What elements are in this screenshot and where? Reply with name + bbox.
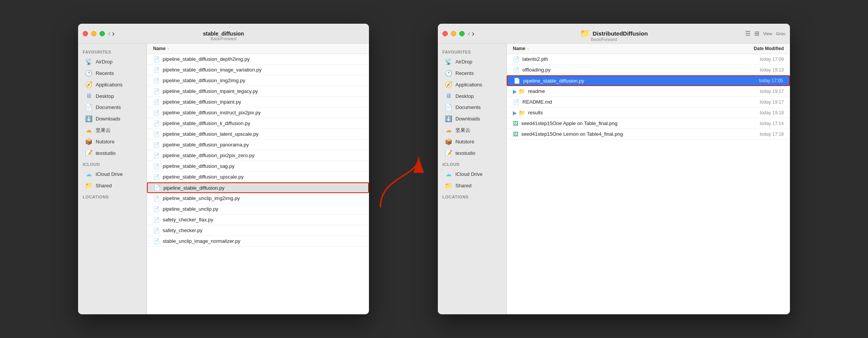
downloads-icon-right: ⬇️ xyxy=(445,115,452,122)
back-button-right[interactable]: ‹ xyxy=(468,29,470,38)
documents-icon-right: 📄 xyxy=(445,104,452,111)
sidebar-item-recents-right[interactable]: 🕐 Recents xyxy=(440,68,504,79)
forward-button-left[interactable]: › xyxy=(112,29,115,38)
maximize-button-left[interactable] xyxy=(100,31,105,36)
close-button-left[interactable] xyxy=(83,31,88,36)
minimize-button-right[interactable] xyxy=(451,31,456,36)
file-row-right-6[interactable]: 🖼 seed41step15One Apple on Table_final.p… xyxy=(507,118,790,129)
icloud-drive-icon-right: ☁ xyxy=(445,171,452,178)
file-row-left-3[interactable]: 📄 pipeline_stable_diffusion_inpaint_lega… xyxy=(147,86,369,97)
maximize-button-right[interactable] xyxy=(459,31,465,36)
file-icon-py: 📄 xyxy=(153,195,160,202)
group-icon[interactable]: ⊞ xyxy=(754,30,759,37)
right-icloud-label: iCloud xyxy=(438,159,506,168)
file-row-left-15[interactable]: 📄 safety_checker_flax.py xyxy=(147,214,369,225)
minimize-button-left[interactable] xyxy=(91,31,96,36)
sidebar-item-texstudio-left[interactable]: 📝 texstudio xyxy=(80,148,144,159)
back-button-left[interactable]: ‹ xyxy=(108,29,111,38)
file-row-left-8[interactable]: 📄 pipeline_stable_diffusion_panorama.py xyxy=(147,140,369,150)
desktop-icon-left: 🖥 xyxy=(85,93,93,99)
sidebar-item-texstudio-right[interactable]: 📝 texstudio xyxy=(440,148,504,159)
traffic-lights-left[interactable] xyxy=(83,31,105,36)
sidebar-item-shared-left[interactable]: 📁 Shared xyxy=(80,180,144,191)
file-row-left-7[interactable]: 📄 pipeline_stable_diffusion_latent_upsca… xyxy=(147,129,369,140)
sidebar-item-jianguo-right[interactable]: ☁ 坚果云 xyxy=(440,125,504,136)
sidebar-item-nutstore-left[interactable]: 📦 Nutstore xyxy=(80,136,144,147)
sidebar-item-documents-right[interactable]: 📄 Documents xyxy=(440,102,504,113)
file-row-left-0[interactable]: 📄 pipeline_stable_diffusion_depth2img.py xyxy=(147,54,369,65)
texstudio-icon-right: 📝 xyxy=(445,150,452,157)
file-row-left-6[interactable]: 📄 pipeline_stable_diffusion_k_diffusion.… xyxy=(147,118,369,129)
selected-file-right: pipeline_stable_diffusion.py xyxy=(523,78,714,84)
sidebar-item-nutstore-right[interactable]: 📦 Nutstore xyxy=(440,136,504,147)
sidebar-item-documents-left[interactable]: 📄 Documents xyxy=(80,102,144,113)
file-row-left-10[interactable]: 📄 pipeline_stable_diffusion_sag.py xyxy=(147,161,369,172)
sidebar-item-icloud-left[interactable]: ☁ iCloud Drive xyxy=(80,169,144,180)
close-button-right[interactable] xyxy=(442,31,448,36)
file-row-right-0[interactable]: 📄 latents2.pth today 17:09 xyxy=(507,54,790,65)
file-row-left-16[interactable]: 📄 safety_checker.py xyxy=(147,225,369,236)
sidebar-item-applications-left[interactable]: 🧭 Applications xyxy=(80,79,144,90)
file-icon-png-2: 🖼 xyxy=(513,131,518,137)
file-row-left-13[interactable]: 📄 pipeline_stable_unclip_img2img.py xyxy=(147,193,369,204)
airdrop-icon-right: 📡 xyxy=(445,58,452,65)
jianguo-label-right: 坚果云 xyxy=(455,127,470,134)
folder-icon-readme: ▶ 📁 xyxy=(513,88,525,94)
file-row-left-2[interactable]: 📄 pipeline_stable_diffusion_img2img.py xyxy=(147,75,369,86)
file-row-left-17[interactable]: 📄 stable_unclip_image_normalizer.py xyxy=(147,236,369,247)
sidebar-item-airdrop-left[interactable]: 📡 AirDrop xyxy=(80,56,144,67)
right-col-name: Name ↑ xyxy=(513,46,715,51)
sidebar-item-downloads-left[interactable]: ⬇️ Downloads xyxy=(80,113,144,124)
file-row-right-5[interactable]: ▶ 📁 results today 19:18 xyxy=(507,107,790,118)
arrow-annotation xyxy=(373,146,426,223)
downloads-label-right: Downloads xyxy=(455,116,480,122)
forward-button-right[interactable]: › xyxy=(472,29,475,38)
sidebar-item-applications-right[interactable]: 🧭 Applications xyxy=(440,79,504,90)
sidebar-item-recents-left[interactable]: 🕐 Recents xyxy=(80,68,144,79)
view-label: View xyxy=(763,31,772,36)
file-row-right-7[interactable]: 🖼 seed41step15One Lemon on Table4_final.… xyxy=(507,129,790,140)
file-row-left-4[interactable]: 📄 pipeline_stable_diffusion_inpaint.py xyxy=(147,97,369,107)
recents-label-left: Recents xyxy=(96,70,114,76)
right-name-label: Name xyxy=(513,46,525,51)
desktop-label-left: Desktop xyxy=(96,93,114,99)
file-row-right-selected[interactable]: 📄 pipeline_stable_diffusion.py today 17:… xyxy=(507,75,790,86)
jianguo-label-left: 坚果云 xyxy=(96,127,111,134)
sidebar-item-shared-right[interactable]: 📁 Shared xyxy=(440,180,504,191)
sidebar-item-desktop-right[interactable]: 🖥 Desktop xyxy=(440,91,504,101)
right-window-title: DistributedDiffusion xyxy=(592,30,648,37)
right-finder-window[interactable]: ‹ › 📁 DistributedDiffusion Back/Forward … xyxy=(438,24,790,314)
airdrop-icon-left: 📡 xyxy=(85,58,93,65)
right-column-header: Name ↑ Date Modified xyxy=(507,44,790,54)
file-row-left-11[interactable]: 📄 pipeline_stable_diffusion_upscale.py xyxy=(147,172,369,182)
recents-label-right: Recents xyxy=(455,70,474,76)
traffic-lights-right[interactable] xyxy=(442,31,465,36)
file-icon-py: 📄 xyxy=(153,163,160,169)
file-row-right-4[interactable]: 📄 README.md today 19:17 xyxy=(507,97,790,107)
left-window-body: Favourites 📡 AirDrop 🕐 Recents 🧭 Applica… xyxy=(78,44,369,314)
sidebar-item-airdrop-right[interactable]: 📡 AirDrop xyxy=(440,56,504,67)
right-sort-arrow: ↑ xyxy=(527,47,529,51)
file-row-left-14[interactable]: 📄 pipeline_stable_unclip.py xyxy=(147,204,369,214)
file-row-left-9[interactable]: 📄 pipeline_stable_diffusion_pix2pix_zero… xyxy=(147,150,369,161)
left-col-name: Name ↑ xyxy=(153,46,363,51)
applications-label-left: Applications xyxy=(96,82,122,88)
sidebar-item-jianguo-left[interactable]: ☁ 坚果云 xyxy=(80,125,144,136)
sidebar-item-desktop-left[interactable]: 🖥 Desktop xyxy=(80,91,144,101)
file-icon-py: 📄 xyxy=(153,206,160,212)
documents-label-right: Documents xyxy=(455,104,481,110)
view-icon[interactable]: ☰ xyxy=(745,30,751,37)
sidebar-item-icloud-right[interactable]: ☁ iCloud Drive xyxy=(440,169,504,180)
file-row-left-12-highlighted[interactable]: 📄 pipeline_stable_diffusion.py xyxy=(147,182,369,193)
file-row-left-5[interactable]: 📄 pipeline_stable_diffusion_instruct_pix… xyxy=(147,107,369,118)
file-row-right-1[interactable]: 📄 offloading.py today 19:13 xyxy=(507,65,790,75)
left-sort-arrow: ↑ xyxy=(167,47,169,51)
highlighted-file-left: pipeline_stable_diffusion.py xyxy=(163,185,362,191)
nav-area-left: ‹ › xyxy=(108,29,114,38)
left-finder-window[interactable]: ‹ › stable_diffusion Back/Forward Favour… xyxy=(78,24,369,314)
file-icon-py: 📄 xyxy=(153,56,160,62)
file-row-left-1[interactable]: 📄 pipeline_stable_diffusion_image_variat… xyxy=(147,65,369,75)
nutstore-label-right: Nutstore xyxy=(455,139,474,145)
sidebar-item-downloads-right[interactable]: ⬇️ Downloads xyxy=(440,113,504,124)
file-row-right-3[interactable]: ▶ 📁 readme today 19:17 xyxy=(507,86,790,97)
